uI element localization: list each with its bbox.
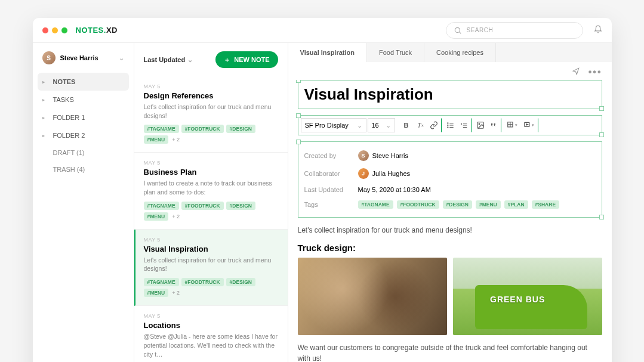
sidebar-item-draft[interactable]: DRAFT (1)	[33, 144, 134, 161]
created-by-label: Created by	[304, 152, 358, 159]
note-date: MAY 5	[144, 83, 278, 89]
note-title: Design References	[144, 91, 278, 100]
note-date: MAY 5	[144, 160, 278, 166]
table-button[interactable]: ▾	[504, 118, 520, 132]
tag[interactable]: #MENU	[144, 135, 169, 144]
minimize-window-button[interactable]	[52, 27, 58, 33]
tag[interactable]: #TAGNAME	[144, 278, 179, 286]
quote-icon	[489, 121, 498, 129]
share-button[interactable]	[572, 67, 580, 78]
editor-pane: Visual InspirationFood TruckCooking reci…	[288, 43, 612, 362]
note-list-item[interactable]: MAY 5 Design References Let's collect in…	[134, 76, 288, 153]
bold-button[interactable]: B	[400, 118, 413, 132]
app-window: NOTES.XD SEARCH S Steve Harris ⌄ ▸NOTES …	[33, 18, 612, 362]
quote-button[interactable]	[488, 118, 501, 132]
svg-point-7	[447, 127, 448, 128]
note-title: Business Plan	[144, 168, 278, 177]
tag[interactable]: #TAGNAME	[144, 202, 179, 210]
tag[interactable]: #FOODTRUCK	[181, 202, 224, 210]
note-preview: Let's collect inspiration for our truck …	[144, 256, 278, 273]
user-avatar: S	[42, 51, 56, 64]
document-outro: We want our customers to congregate outs…	[298, 342, 602, 362]
user-menu[interactable]: S Steve Harris ⌄	[33, 51, 134, 73]
clear-format-button[interactable]: T×	[414, 118, 427, 132]
note-preview: Let's collect inspiration for our truck …	[144, 103, 278, 120]
inspiration-image-2[interactable]: GREEN BUS	[453, 258, 602, 335]
tag[interactable]: #TAGNAME	[144, 125, 179, 133]
avatar: S	[358, 150, 369, 161]
document-tags: #TAGNAME#FOODTRUCK#DESIGN#MENU#PLAN#SHAR…	[358, 200, 560, 209]
close-window-button[interactable]	[42, 27, 48, 33]
document-tab[interactable]: Food Truck	[367, 43, 424, 62]
user-name: Steve Harris	[60, 54, 114, 61]
tags-overflow[interactable]: + 2	[172, 214, 180, 219]
chevron-down-icon: ⌄	[357, 122, 362, 129]
tag[interactable]: #MENU	[144, 289, 169, 297]
embed-button[interactable]: ▾	[522, 118, 538, 132]
section-heading: Truck design:	[298, 243, 602, 253]
metadata-selection: Created by SSteve Harris Collaborator JJ…	[298, 141, 602, 218]
bell-icon	[594, 25, 602, 33]
numbered-list-button[interactable]	[458, 118, 472, 132]
created-by-name: Steve Harris	[372, 152, 409, 159]
app-logo: NOTES.XD	[76, 26, 118, 35]
sort-dropdown[interactable]: Last Updated ⌄	[144, 56, 211, 64]
title-selection[interactable]: Visual Inspiration	[298, 80, 602, 109]
svg-point-5	[447, 123, 448, 123]
document-title: Visual Inspiration	[304, 85, 596, 104]
tag[interactable]: #FOODTRUCK	[181, 125, 224, 133]
sidebar-item-notes[interactable]: ▸NOTES	[38, 73, 129, 91]
collaborator-name: Julia Hughes	[372, 170, 411, 177]
tag[interactable]: #TAGNAME	[358, 200, 393, 209]
document-tabs: Visual InspirationFood TruckCooking reci…	[288, 43, 612, 62]
sidebar-item-trash[interactable]: TRASH (4)	[33, 161, 134, 178]
last-updated-value: May 5, 2020 at 10:30 AM	[358, 186, 431, 193]
tag[interactable]: #DESIGN	[226, 278, 255, 286]
maximize-window-button[interactable]	[61, 27, 67, 33]
document-tab[interactable]: Visual Inspiration	[288, 43, 368, 62]
tag[interactable]: #DESIGN	[443, 200, 472, 209]
note-list-item[interactable]: MAY 5 Business Plan I wanted to create a…	[134, 153, 288, 229]
sidebar-item-folder-2[interactable]: ▸FOLDER 2	[33, 126, 134, 144]
font-size-select[interactable]: 16⌄	[368, 118, 395, 132]
sidebar: S Steve Harris ⌄ ▸NOTES ▸TASKS ▸FOLDER 1…	[33, 43, 134, 362]
last-updated-label: Last Updated	[304, 186, 358, 193]
svg-point-12	[479, 123, 480, 125]
search-icon	[454, 26, 462, 35]
tag[interactable]: #DESIGN	[226, 125, 255, 133]
tag[interactable]: #FOODTRUCK	[397, 200, 439, 209]
font-family-select[interactable]: SF Pro Display⌄	[301, 118, 366, 132]
more-button[interactable]: •••	[588, 67, 602, 78]
tag[interactable]: #SHARE	[532, 200, 559, 209]
table-icon	[507, 121, 515, 129]
tag[interactable]: #FOODTRUCK	[181, 278, 224, 286]
tags-label: Tags	[304, 201, 358, 208]
note-list-item[interactable]: MAY 5 Locations @Steve @Julia - here are…	[134, 306, 288, 362]
tag[interactable]: #MENU	[144, 212, 169, 221]
note-title: Visual Inspiration	[144, 245, 278, 253]
image-gallery: GREEN BUS	[298, 258, 602, 335]
note-list-item[interactable]: MAY 5 Visual Inspiration Let's collect i…	[134, 230, 288, 306]
inspiration-image-1[interactable]	[298, 258, 447, 335]
tag[interactable]: #DESIGN	[226, 202, 255, 210]
sidebar-item-tasks[interactable]: ▸TASKS	[33, 91, 134, 109]
chevron-down-icon: ⌄	[119, 54, 124, 62]
tag[interactable]: #MENU	[476, 200, 501, 209]
collaborator-label: Collaborator	[304, 170, 358, 177]
share-icon	[572, 67, 580, 75]
link-button[interactable]	[429, 118, 442, 132]
new-note-button[interactable]: ＋ NEW NOTE	[215, 51, 278, 68]
bullet-list-button[interactable]	[444, 118, 457, 132]
sidebar-item-folder-1[interactable]: ▸FOLDER 1	[33, 109, 134, 126]
document-tab[interactable]: Cooking recipes	[424, 43, 496, 62]
tags-overflow[interactable]: + 2	[172, 137, 180, 143]
chevron-down-icon: ⌄	[386, 122, 391, 129]
numbered-list-icon	[460, 121, 468, 129]
search-input[interactable]: SEARCH	[446, 22, 583, 39]
notifications-button[interactable]	[594, 25, 602, 36]
image-button[interactable]	[474, 118, 487, 132]
tags-overflow[interactable]: + 2	[172, 290, 180, 296]
document-intro: Let's collect inspiration for our truck …	[298, 225, 602, 236]
window-controls	[42, 27, 67, 33]
tag[interactable]: #PLAN	[504, 200, 528, 209]
